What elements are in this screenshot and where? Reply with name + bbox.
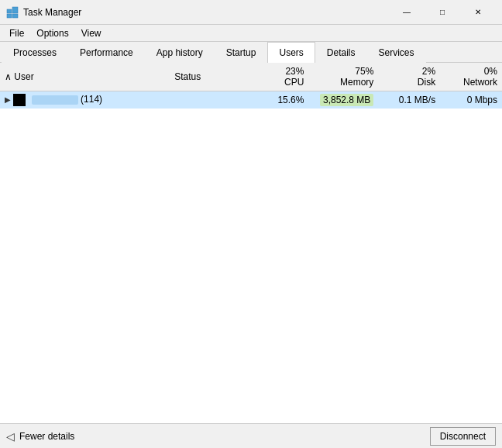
- expand-arrow-icon[interactable]: ▶: [5, 95, 11, 104]
- col-header-cpu[interactable]: 23% CPU: [247, 63, 309, 91]
- tab-services[interactable]: Services: [367, 42, 426, 63]
- col-header-status[interactable]: Status: [170, 63, 247, 91]
- tab-performance[interactable]: Performance: [68, 42, 145, 63]
- col-network-label: Network: [445, 77, 497, 88]
- col-header-memory[interactable]: 75% Memory: [308, 63, 378, 91]
- col-memory-label: Memory: [313, 77, 373, 88]
- app-icon: [6, 6, 19, 19]
- close-button[interactable]: ✕: [460, 0, 496, 25]
- col-cpu-pct: 23%: [252, 66, 304, 77]
- tab-startup[interactable]: Startup: [215, 42, 268, 63]
- cell-disk: 0.1 MB/s: [378, 91, 440, 109]
- cell-cpu: 15.6%: [247, 91, 309, 109]
- svg-rect-0: [7, 9, 12, 13]
- sort-arrow: ∧: [5, 71, 12, 82]
- cell-network: 0 Mbps: [440, 91, 502, 109]
- table-container: ∧ User Status 23% CPU 75% Memory: [0, 63, 502, 423]
- col-status-label: Status: [174, 71, 201, 82]
- fewer-details-label: Fewer details: [19, 431, 74, 442]
- process-count: (114): [81, 94, 102, 105]
- user-avatar: [13, 94, 26, 106]
- svg-rect-2: [7, 14, 12, 18]
- col-header-network[interactable]: 0% Network: [440, 63, 502, 91]
- fewer-details-button[interactable]: ◁ Fewer details: [6, 430, 74, 443]
- tab-processes[interactable]: Processes: [2, 42, 68, 63]
- titlebar: Task Manager — □ ✕: [0, 0, 502, 25]
- col-user-label: User: [14, 71, 33, 82]
- tab-app-history[interactable]: App history: [145, 42, 215, 63]
- svg-rect-3: [12, 14, 18, 18]
- statusbar: ◁ Fewer details Disconnect: [0, 423, 502, 448]
- col-network-pct: 0%: [445, 66, 497, 77]
- window-title: Task Manager: [23, 7, 389, 18]
- menu-view[interactable]: View: [75, 26, 108, 40]
- window-controls: — □ ✕: [389, 0, 496, 25]
- cell-memory: 3,852.8 MB: [308, 91, 378, 109]
- tab-details[interactable]: Details: [315, 42, 367, 63]
- tab-users[interactable]: Users: [267, 42, 315, 63]
- maximize-button[interactable]: □: [425, 0, 460, 25]
- cell-user: ▶ (114): [0, 91, 170, 109]
- menubar: File Options View: [0, 25, 502, 42]
- username-redacted: [32, 95, 78, 105]
- col-cpu-label: CPU: [252, 77, 304, 88]
- col-header-user[interactable]: ∧ User: [0, 63, 170, 91]
- col-header-disk[interactable]: 2% Disk: [378, 63, 440, 91]
- fewer-details-icon: ◁: [6, 430, 15, 443]
- col-memory-pct: 75%: [313, 66, 373, 77]
- memory-value: 3,852.8 MB: [320, 94, 373, 106]
- minimize-button[interactable]: —: [389, 0, 425, 25]
- cell-status: [170, 91, 247, 109]
- col-disk-label: Disk: [383, 77, 435, 88]
- tabbar: Processes Performance App history Startu…: [0, 42, 502, 63]
- menu-file[interactable]: File: [3, 26, 30, 40]
- menu-options[interactable]: Options: [30, 26, 74, 40]
- table-header: ∧ User Status 23% CPU 75% Memory: [0, 63, 502, 91]
- disconnect-button[interactable]: Disconnect: [430, 427, 496, 446]
- col-disk-pct: 2%: [383, 66, 435, 77]
- table-row[interactable]: ▶ (114) 15.6% 3,852.8 MB 0.1 MB/s 0 Mbps: [0, 91, 502, 109]
- users-table: ∧ User Status 23% CPU 75% Memory: [0, 63, 502, 109]
- svg-rect-1: [12, 7, 18, 13]
- main-content: ∧ User Status 23% CPU 75% Memory: [0, 63, 502, 423]
- table-body: ▶ (114) 15.6% 3,852.8 MB 0.1 MB/s 0 Mbps: [0, 91, 502, 109]
